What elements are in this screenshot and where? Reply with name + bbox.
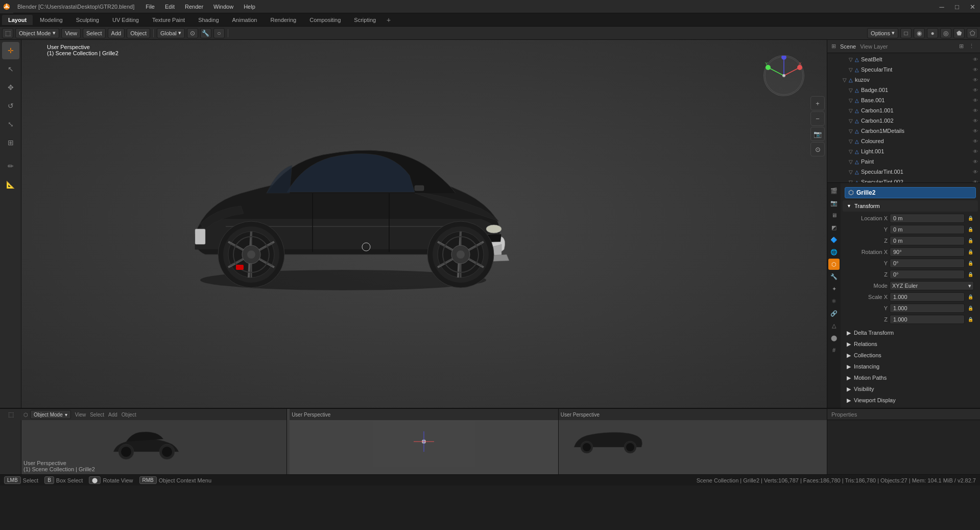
tab-texture-paint[interactable]: Texture Paint <box>146 15 191 25</box>
carbon1001-eye[interactable]: 👁 <box>973 108 978 113</box>
tab-compositing[interactable]: Compositing <box>303 15 347 25</box>
viewport-shading-mat[interactable]: ● <box>927 28 938 38</box>
object-name-field[interactable]: ⬡ Grille2 <box>845 187 976 198</box>
scale-x-value[interactable]: 1.000 <box>890 292 965 302</box>
badge-eye[interactable]: 👁 <box>973 87 978 93</box>
coloured-eye[interactable]: 👁 <box>973 139 978 144</box>
menu-edit[interactable]: Edit <box>160 2 180 12</box>
paint-eye[interactable]: 👁 <box>973 159 978 165</box>
sidebar-transform[interactable]: ⊞ <box>2 134 19 151</box>
lock-rot-x[interactable]: 🔒 <box>967 248 974 256</box>
outliner-item-carbon1002[interactable]: ▽ △ Carbon1.002 👁 <box>827 116 980 126</box>
lock-loc-z[interactable]: 🔒 <box>967 237 974 244</box>
sidebar-cursor[interactable]: ✛ <box>2 42 19 59</box>
viewport-area[interactable]: User Perspective (1) Scene Collection | … <box>21 40 827 408</box>
tab-scripting[interactable]: Scripting <box>348 15 382 25</box>
base-eye[interactable]: 👁 <box>973 98 978 103</box>
minimize-button[interactable]: ─ <box>934 0 949 13</box>
prop-icon-constraints[interactable]: 🔗 <box>828 308 840 319</box>
outliner-item-kuzov[interactable]: ▽ △ kuzov 👁 <box>827 75 980 85</box>
prop-icon-render[interactable]: 📷 <box>828 197 840 209</box>
lock-scale-y[interactable]: 🔒 <box>967 305 974 312</box>
options-button[interactable]: Options ▾ <box>867 28 898 38</box>
sidebar-select[interactable]: ↖ <box>2 60 19 78</box>
tab-shading[interactable]: Shading <box>192 15 225 25</box>
instancing-section[interactable]: ▶ Instancing <box>843 361 978 372</box>
seatbelt-eye[interactable]: 👁 <box>973 57 978 62</box>
carbon1002-eye[interactable]: 👁 <box>973 118 978 124</box>
navigation-gizmo[interactable]: X Y Z <box>763 55 804 96</box>
lock-loc-x[interactable]: 🔒 <box>967 215 974 222</box>
viewport-shading-solid[interactable]: ◉ <box>914 28 925 38</box>
bvp1-add[interactable]: Add <box>108 412 117 418</box>
sidebar-move[interactable]: ✥ <box>2 79 19 96</box>
prop-icon-material[interactable]: ⬤ <box>828 332 840 343</box>
options-icon[interactable]: ⋮ <box>967 42 976 51</box>
st002-eye[interactable]: 👁 <box>973 179 978 183</box>
rotation-y-value[interactable]: 0° <box>890 259 965 268</box>
maximize-button[interactable]: □ <box>949 0 965 13</box>
add-menu[interactable]: Add <box>108 28 125 38</box>
tab-modeling[interactable]: Modeling <box>34 15 69 25</box>
view-menu[interactable]: View <box>61 28 81 38</box>
viewport-display-section[interactable]: ▶ Viewport Display <box>843 395 978 406</box>
relations-section[interactable]: ▶ Relations <box>843 338 978 350</box>
prop-icon-physics[interactable]: ⚛ <box>828 295 840 307</box>
speculartint-eye[interactable]: 👁 <box>973 67 978 73</box>
bvp1-select[interactable]: Select <box>90 412 104 418</box>
bottom-viewport-3[interactable]: User Perspective <box>559 409 827 474</box>
outliner-item-seatbelt[interactable]: ▽ △ SeatBelt 👁 <box>827 54 980 64</box>
mode-dropdown[interactable]: Object Mode ▾ <box>15 28 59 38</box>
pivot-icon[interactable]: ⊙ <box>187 28 198 38</box>
outliner-item-st001[interactable]: ▽ △ SpecularTint.001 👁 <box>827 167 980 177</box>
prop-icon-modifier[interactable]: 🔧 <box>828 271 840 282</box>
st001-eye[interactable]: 👁 <box>973 169 978 175</box>
kuzov-eye[interactable]: 👁 <box>973 77 978 83</box>
overlay-toggle[interactable]: ⬟ <box>953 28 965 38</box>
sidebar-annotate[interactable]: ✏ <box>2 157 19 175</box>
outliner-item-coloured[interactable]: ▽ △ Coloured 👁 <box>827 136 980 146</box>
outliner-item-carbon1mdetails[interactable]: ▽ △ Carbon1MDetails 👁 <box>827 126 980 136</box>
scale-z-value[interactable]: 1.000 <box>890 315 965 324</box>
menu-window[interactable]: Window <box>208 2 238 12</box>
object-menu[interactable]: Object <box>127 28 150 38</box>
tab-layout[interactable]: Layout <box>2 15 33 25</box>
lock-scale-x[interactable]: 🔒 <box>967 293 974 301</box>
viewport-shading-wire[interactable]: □ <box>900 28 912 38</box>
bottom-viewport-2[interactable]: User Perspective <box>290 409 559 474</box>
light001-eye[interactable]: 👁 <box>973 149 978 154</box>
zoom-in-button[interactable]: + <box>810 96 825 110</box>
close-button[interactable]: ✕ <box>965 0 980 13</box>
xray-toggle[interactable]: ⬠ <box>967 28 978 38</box>
proportional-icon[interactable]: ○ <box>213 28 225 38</box>
bvp1-object[interactable]: Object <box>122 412 136 418</box>
outliner-item-carbon1001[interactable]: ▽ △ Carbon1.001 👁 <box>827 105 980 116</box>
outliner-item-st002[interactable]: ▽ △ SpecularTint.002 👁 <box>827 177 980 182</box>
global-dropdown[interactable]: Global ▾ <box>157 28 185 38</box>
prop-icon-script[interactable]: # <box>828 344 840 356</box>
custom-properties-section[interactable]: ▶ Custom Properties <box>843 406 978 408</box>
prop-icon-output[interactable]: 🖥 <box>828 210 840 221</box>
scale-y-value[interactable]: 1.000 <box>890 304 965 313</box>
viewport-shading-render[interactable]: ◎ <box>940 28 951 38</box>
bottom-viewport[interactable]: ⬡ Object Mode ▾ View Select Add Object <box>21 409 827 474</box>
carbon1mdetails-eye[interactable]: 👁 <box>973 128 978 134</box>
lock-rot-z[interactable]: 🔒 <box>967 271 974 278</box>
location-x-value[interactable]: 0 m <box>890 214 965 223</box>
lock-loc-y[interactable]: 🔒 <box>967 226 974 233</box>
bvp1-mode-dropdown[interactable]: Object Mode ▾ <box>30 410 71 419</box>
camera-view-button[interactable]: 📷 <box>810 127 825 141</box>
outliner-item-paint[interactable]: ▽ △ Paint 👁 <box>827 156 980 167</box>
prop-icon-world[interactable]: 🌐 <box>828 246 840 258</box>
menu-help[interactable]: Help <box>238 2 260 12</box>
tab-uv-editing[interactable]: UV Editing <box>106 15 145 25</box>
prop-icon-object[interactable]: ⬡ <box>828 259 840 270</box>
add-workspace-button[interactable]: + <box>383 14 394 26</box>
location-y-value[interactable]: 0 m <box>890 225 965 234</box>
prop-icon-objectdata[interactable]: △ <box>828 320 840 331</box>
bottom-viewport-icon[interactable]: ⬚ <box>0 409 21 420</box>
outliner-item-light001[interactable]: ▽ △ Light.001 👁 <box>827 146 980 156</box>
collections-section[interactable]: ▶ Collections <box>843 350 978 361</box>
outliner-item-speculartint[interactable]: ▽ △ SpecularTint 👁 <box>827 64 980 75</box>
prop-icon-scene[interactable]: 🎬 <box>828 185 840 196</box>
